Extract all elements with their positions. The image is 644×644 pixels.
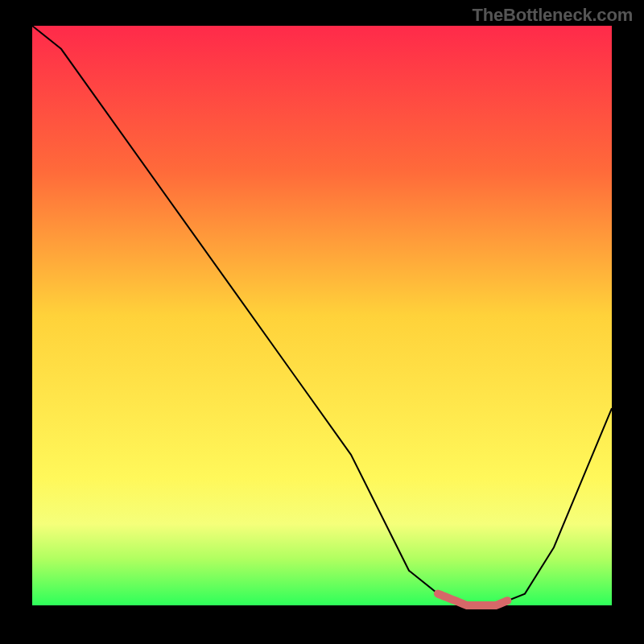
chart-container: TheBottleneck.com xyxy=(0,0,644,644)
bottleneck-chart xyxy=(0,0,644,644)
plot-gradient xyxy=(32,26,612,605)
watermark-text: TheBottleneck.com xyxy=(472,5,633,26)
